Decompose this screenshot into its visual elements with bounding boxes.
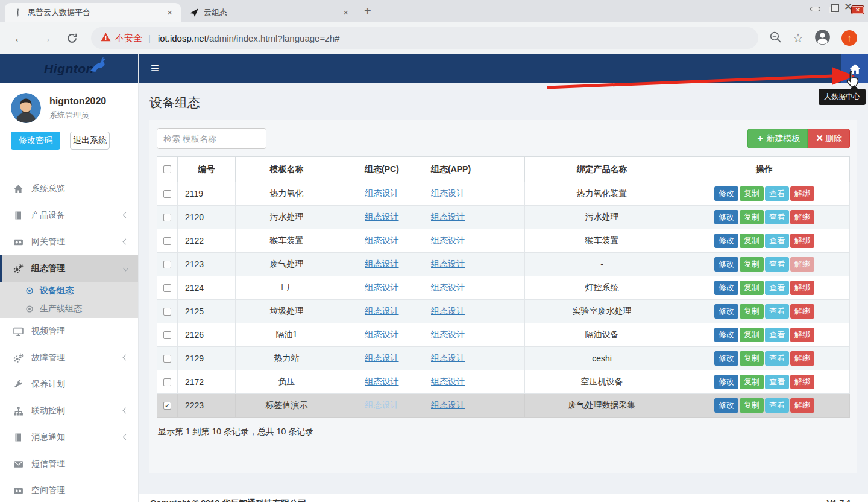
view-button[interactable]: 查看 [765, 304, 789, 319]
new-template-button[interactable]: ＋新建模板 [747, 129, 808, 148]
app-config-design-link[interactable]: 组态设计 [431, 188, 465, 198]
back-icon[interactable]: ← [13, 31, 25, 45]
select-all-checkbox[interactable] [163, 165, 171, 173]
sidebar-subitem-device-config[interactable]: 设备组态 [0, 282, 138, 300]
refresh-icon[interactable] [66, 31, 78, 45]
app-config-design-link[interactable]: 组态设计 [431, 400, 465, 410]
edit-button[interactable]: 修改 [714, 398, 738, 413]
view-button[interactable]: 查看 [765, 328, 789, 342]
unbind-button[interactable]: 解绑 [790, 375, 814, 389]
row-checkbox[interactable] [163, 378, 171, 386]
copy-button[interactable]: 复制 [740, 398, 764, 413]
app-config-design-link[interactable]: 组态设计 [431, 282, 465, 292]
hamburger-icon[interactable]: ≡ [151, 60, 159, 77]
unbind-button[interactable]: 解绑 [790, 351, 814, 366]
app-config-design-link[interactable]: 组态设计 [431, 329, 465, 339]
sidebar-item-product-device[interactable]: 产品设备 [0, 202, 138, 229]
sidebar-item-message-notify[interactable]: 消息通知 [0, 424, 138, 451]
tab-close-icon[interactable]: × [165, 7, 175, 17]
pc-config-design-link[interactable]: 组态设计 [365, 376, 399, 386]
row-checkbox[interactable] [163, 214, 171, 221]
app-config-design-link[interactable]: 组态设计 [431, 306, 465, 316]
pc-config-design-link[interactable]: 组态设计 [365, 329, 399, 339]
browser-tab-inactive[interactable]: 云组态 × [181, 3, 357, 22]
forward-icon[interactable]: → [40, 31, 52, 45]
sidebar-item-system-overview[interactable]: 系统总览 [0, 176, 138, 202]
row-checkbox[interactable] [163, 190, 171, 198]
view-button[interactable]: 查看 [765, 398, 789, 413]
unbind-button[interactable]: 解绑 [790, 328, 814, 342]
search-input[interactable] [157, 128, 266, 149]
row-checkbox[interactable] [163, 261, 171, 268]
view-button[interactable]: 查看 [765, 234, 789, 248]
view-button[interactable]: 查看 [765, 351, 789, 366]
sidebar-item-maintenance-plan[interactable]: 保养计划 [0, 371, 138, 398]
sidebar-item-config-mgmt[interactable]: 组态管理 [0, 255, 138, 282]
bookmark-star-icon[interactable]: ☆ [793, 31, 804, 45]
pc-config-design-link[interactable]: 组态设计 [365, 282, 399, 292]
app-config-design-link[interactable]: 组态设计 [431, 235, 465, 245]
view-button[interactable]: 查看 [765, 186, 789, 201]
copy-button[interactable]: 复制 [740, 186, 764, 201]
sidebar-subitem-production-line-config[interactable]: 生产线组态 [0, 300, 138, 318]
new-tab-button[interactable]: + [364, 4, 371, 18]
view-button[interactable]: 查看 [765, 375, 789, 389]
restore-icon[interactable] [829, 7, 835, 13]
pc-config-design-link[interactable]: 组态设计 [365, 188, 399, 198]
copy-button[interactable]: 复制 [740, 351, 764, 366]
edit-button[interactable]: 修改 [714, 234, 738, 248]
edit-button[interactable]: 修改 [714, 304, 738, 319]
unbind-button[interactable]: 解绑 [790, 398, 814, 413]
edit-button[interactable]: 修改 [714, 351, 738, 366]
delete-button[interactable]: ✕删除 [808, 129, 850, 148]
browser-update-icon[interactable]: ↑ [841, 30, 857, 46]
edit-button[interactable]: 修改 [714, 281, 738, 295]
view-button[interactable]: 查看 [765, 210, 789, 224]
big-data-center-home-button[interactable] [841, 54, 868, 83]
app-config-design-link[interactable]: 组态设计 [431, 376, 465, 386]
edit-button[interactable]: 修改 [714, 257, 738, 272]
unbind-button[interactable]: 解绑 [790, 281, 814, 295]
row-checkbox[interactable] [163, 331, 171, 339]
security-warning-label[interactable]: 不安全 [115, 33, 142, 44]
view-button[interactable]: 查看 [765, 257, 789, 272]
sidebar-item-sms-mgmt[interactable]: 短信管理 [0, 451, 138, 477]
app-config-design-link[interactable]: 组态设计 [431, 353, 465, 363]
copy-button[interactable]: 复制 [740, 210, 764, 224]
row-checkbox[interactable]: ✓ [163, 402, 171, 410]
row-checkbox[interactable] [163, 237, 171, 245]
address-bar[interactable]: 不安全 | iot.idosp.net/admin/index.html?lan… [91, 27, 758, 49]
pc-config-design-link[interactable]: 组态设计 [365, 212, 399, 221]
sidebar-item-fault-mgmt[interactable]: 故障管理 [0, 345, 138, 371]
edit-button[interactable]: 修改 [714, 328, 738, 342]
edit-button[interactable]: 修改 [714, 186, 738, 201]
unbind-button[interactable]: 解绑 [790, 210, 814, 224]
tab-close-icon[interactable]: × [341, 7, 351, 17]
sidebar-item-video-mgmt[interactable]: 视频管理 [0, 318, 138, 345]
unbind-button[interactable]: 解绑 [790, 186, 814, 201]
logout-button[interactable]: 退出系统 [70, 132, 110, 150]
edit-button[interactable]: 修改 [714, 210, 738, 224]
sidebar-item-linkage-control[interactable]: 联动控制 [0, 398, 138, 424]
unbind-button[interactable]: 解绑 [790, 234, 814, 248]
pc-config-design-link[interactable]: 组态设计 [365, 235, 399, 245]
row-checkbox[interactable] [163, 284, 171, 292]
browser-tab-active[interactable]: 思普云大数据平台 × [5, 3, 181, 22]
zoom-out-icon[interactable] [769, 31, 782, 46]
unbind-button[interactable]: 解绑 [790, 257, 814, 272]
copy-button[interactable]: 复制 [740, 281, 764, 295]
sidebar-item-space-mgmt[interactable]: 空间管理 [0, 477, 138, 502]
app-config-design-link[interactable]: 组态设计 [431, 259, 465, 268]
change-password-button[interactable]: 修改密码 [11, 132, 60, 150]
profile-avatar-icon[interactable] [814, 29, 831, 48]
row-checkbox[interactable] [163, 308, 171, 316]
sidebar-item-gateway-mgmt[interactable]: 网关管理 [0, 229, 138, 255]
copy-button[interactable]: 复制 [740, 328, 764, 342]
close-icon[interactable]: ✕✕ [844, 2, 864, 16]
pc-config-design-link[interactable]: 组态设计 [365, 353, 399, 363]
minimize-icon[interactable] [810, 7, 820, 11]
app-config-design-link[interactable]: 组态设计 [431, 212, 465, 221]
row-checkbox[interactable] [163, 355, 171, 363]
view-button[interactable]: 查看 [765, 281, 789, 295]
edit-button[interactable]: 修改 [714, 375, 738, 389]
